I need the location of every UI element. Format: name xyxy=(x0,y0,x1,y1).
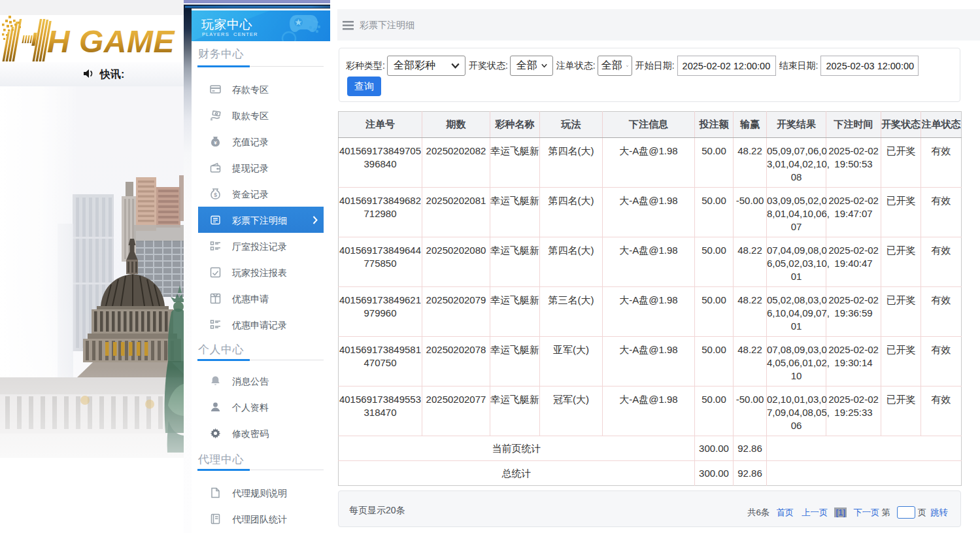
svg-text:$: $ xyxy=(214,192,217,198)
svg-text:H GAME: H GAME xyxy=(47,24,175,59)
svg-text:¥: ¥ xyxy=(214,140,217,146)
